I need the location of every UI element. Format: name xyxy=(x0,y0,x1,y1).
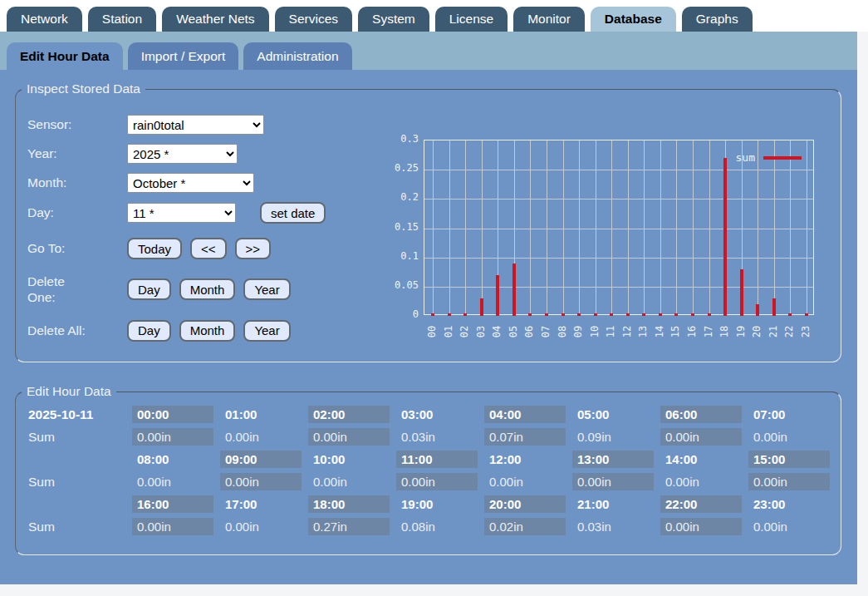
sum-row-label: Sum xyxy=(26,518,125,535)
chart-ytick-label: 0.1 xyxy=(384,250,419,262)
tab-monitor[interactable]: Monitor xyxy=(513,7,585,32)
hour-value-cell-2300[interactable]: 0.00in xyxy=(748,518,830,535)
chart-bar-10 xyxy=(594,313,597,316)
delete-one-month-button[interactable]: Month xyxy=(179,278,236,300)
chart-xtick-label: 21 xyxy=(767,321,779,342)
hour-value-cell-0600[interactable]: 0.00in xyxy=(660,428,742,446)
hour-value-cell-0800[interactable]: 0.00in xyxy=(132,473,213,490)
hour-value-cell-0300[interactable]: 0.03in xyxy=(396,428,478,446)
tab-graphs[interactable]: Graphs xyxy=(682,7,753,32)
subtab-edit-hour-data[interactable]: Edit Hour Data xyxy=(7,42,123,70)
delete-all-day-button[interactable]: Day xyxy=(127,320,171,342)
sensor-select[interactable]: rain0total xyxy=(127,115,264,135)
chart-ytick-label: 0.15 xyxy=(384,221,419,233)
hour-value-cell-0100[interactable]: 0.00in xyxy=(220,428,302,446)
year-label: Year: xyxy=(27,146,127,161)
hour-header-cell-2000: 20:00 xyxy=(484,495,566,513)
sub-tabs: Edit Hour DataImport / ExportAdministrat… xyxy=(0,32,857,70)
goto-label: Go To: xyxy=(27,241,127,256)
tab-station[interactable]: Station xyxy=(88,7,156,32)
chart-bar-17 xyxy=(708,313,711,316)
hour-header-cell-2100: 21:00 xyxy=(572,495,654,513)
chart-vgridline xyxy=(628,140,629,314)
chart-bar-09 xyxy=(577,313,581,316)
edit-hour-table: 2025-10-1100:0001:0002:0003:0004:0005:00… xyxy=(26,406,841,535)
hour-value-cell-0400[interactable]: 0.07in xyxy=(484,428,566,446)
chart-ytick-label: 0 xyxy=(384,308,419,320)
hour-header-cell-1400: 14:00 xyxy=(660,451,742,468)
subtab-administration[interactable]: Administration xyxy=(243,42,351,70)
delete-one-year-button[interactable]: Year xyxy=(243,278,290,300)
delete-all-month-button[interactable]: Month xyxy=(179,320,236,342)
chart-bar-22 xyxy=(788,313,792,316)
hour-value-cell-0200[interactable]: 0.00in xyxy=(308,428,390,446)
chart-vgridline xyxy=(563,140,564,314)
hour-value-cell-1300[interactable]: 0.00in xyxy=(572,473,654,490)
chart-xtick-label: 08 xyxy=(557,321,568,342)
chart-plot-area: sum xyxy=(424,140,814,315)
month-select[interactable]: October * xyxy=(127,173,254,193)
chart-legend-line xyxy=(763,156,802,160)
delete-one-day-button[interactable]: Day xyxy=(127,278,171,300)
tab-system[interactable]: System xyxy=(358,7,429,32)
hour-value-cell-0900[interactable]: 0.00in xyxy=(220,473,302,490)
hour-value-cell-1700[interactable]: 0.00in xyxy=(220,518,302,535)
chart-hgridline xyxy=(424,199,813,199)
chart-vgridline xyxy=(482,140,483,314)
chart-xtick-label: 20 xyxy=(751,321,763,342)
chart-xtick-label: 00 xyxy=(426,321,438,342)
chart-bar-15 xyxy=(674,313,678,316)
chart-vgridline xyxy=(596,140,596,314)
day-select[interactable]: 11 * xyxy=(127,203,236,223)
delete-all-buttons: DayMonthYear xyxy=(127,320,299,342)
hour-header-cell-1900: 19:00 xyxy=(396,495,478,513)
chart-xtick-label: 09 xyxy=(572,321,584,342)
hour-header-cell-0400: 04:00 xyxy=(484,406,566,423)
tab-weather-nets[interactable]: Weather Nets xyxy=(162,7,268,32)
sensor-label: Sensor: xyxy=(27,117,127,132)
hour-value-cell-0000[interactable]: 0.00in xyxy=(132,428,213,446)
hour-value-cell-1900[interactable]: 0.08in xyxy=(396,518,478,535)
tab-license[interactable]: License xyxy=(435,7,508,32)
hour-header-cell-1500: 15:00 xyxy=(748,451,830,468)
chart-bar-00 xyxy=(431,313,434,316)
chart-bar-06 xyxy=(528,313,532,316)
chart-vgridline xyxy=(611,140,612,314)
goto-today-button[interactable]: Today xyxy=(127,238,182,259)
year-select[interactable]: 2025 * xyxy=(127,144,238,164)
day-label: Day: xyxy=(27,205,127,220)
top-tabs: NetworkStationWeather NetsServicesSystem… xyxy=(0,0,868,32)
hour-value-cell-0500[interactable]: 0.09in xyxy=(572,428,654,446)
hour-header-cell-1700: 17:00 xyxy=(220,495,302,513)
chart-ytick-label: 0.05 xyxy=(384,279,419,291)
hour-value-cell-1500[interactable]: 0.00in xyxy=(748,473,830,490)
hour-header-cell-0200: 02:00 xyxy=(308,406,390,423)
hour-header-cell-1300: 13:00 xyxy=(572,451,654,468)
hour-value-cell-1400[interactable]: 0.00in xyxy=(660,473,742,490)
delete-all-year-button[interactable]: Year xyxy=(243,320,290,342)
chart-bar-21 xyxy=(772,298,776,316)
chart-vgridline xyxy=(433,140,434,314)
tab-services[interactable]: Services xyxy=(275,7,352,32)
goto-back-button[interactable]: << xyxy=(190,238,227,259)
goto-forward-button[interactable]: >> xyxy=(235,238,272,259)
chart-bar-07 xyxy=(545,313,548,316)
chart-xtick-label: 12 xyxy=(621,321,633,342)
set-date-button[interactable]: set date xyxy=(260,202,326,224)
tab-network[interactable]: Network xyxy=(7,7,82,32)
subtab-import-export[interactable]: Import / Export xyxy=(128,42,239,70)
chart-legend: sum xyxy=(736,151,802,164)
hour-value-cell-1000[interactable]: 0.00in xyxy=(308,473,390,490)
hour-value-cell-1100[interactable]: 0.00in xyxy=(396,473,478,490)
hour-value-cell-2100[interactable]: 0.03in xyxy=(572,518,654,535)
hour-value-cell-2000[interactable]: 0.02in xyxy=(484,518,566,535)
tab-database[interactable]: Database xyxy=(591,7,676,32)
chart-xtick-label: 03 xyxy=(475,321,487,342)
hour-value-cell-1600[interactable]: 0.00in xyxy=(132,518,213,535)
chart-hgridline xyxy=(424,258,813,259)
chart-xtick-label: 02 xyxy=(459,321,470,342)
hour-value-cell-0700[interactable]: 0.00in xyxy=(748,428,830,446)
hour-value-cell-1800[interactable]: 0.27in xyxy=(308,518,390,535)
hour-value-cell-1200[interactable]: 0.00in xyxy=(484,473,566,490)
hour-value-cell-2200[interactable]: 0.00in xyxy=(660,518,742,535)
